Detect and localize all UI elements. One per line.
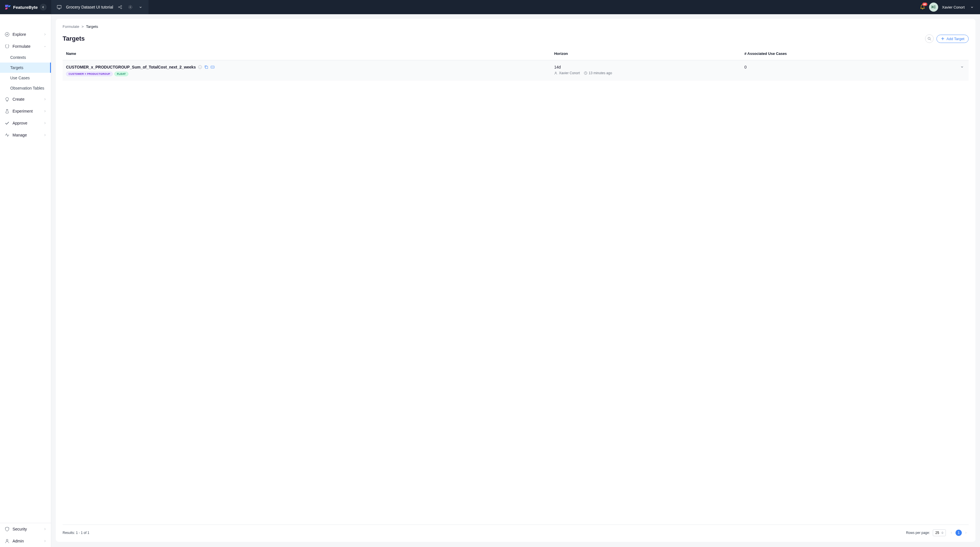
sidebar-item-create[interactable]: Create xyxy=(0,93,51,105)
target-meta: Xavier Conort 13 minutes ago xyxy=(554,71,740,75)
chevron-down-icon xyxy=(139,5,142,9)
sidebar-item-experiment[interactable]: Experiment xyxy=(0,105,51,117)
sidebar-label: Admin xyxy=(13,539,24,543)
breadcrumb-separator: > xyxy=(82,24,84,29)
brand-logo[interactable]: FeatureByte xyxy=(5,4,38,10)
sidebar-item-observation-tables[interactable]: Observation Tables xyxy=(0,83,51,93)
flask-icon xyxy=(5,109,10,114)
svg-point-11 xyxy=(555,72,556,73)
next-page-button[interactable] xyxy=(963,530,969,536)
rows-per-page-select[interactable]: 25 xyxy=(933,530,946,536)
notifications-button[interactable]: 40 xyxy=(920,4,925,10)
page-title: Targets xyxy=(63,35,85,42)
lightbulb-icon xyxy=(5,97,10,102)
column-header-name[interactable]: Name xyxy=(63,48,552,60)
author-meta: Xavier Conort xyxy=(554,71,580,75)
page-nav: 1 xyxy=(949,530,969,536)
chevron-down-icon xyxy=(970,5,974,9)
content-panel: Formulate > Targets Targets Add Target xyxy=(56,19,975,542)
chevron-down-icon xyxy=(960,65,964,69)
page-header: Targets Add Target xyxy=(63,34,969,43)
sidebar-label: Manage xyxy=(13,133,27,137)
svg-point-4 xyxy=(130,6,131,8)
chevron-right-icon xyxy=(43,121,46,125)
page-number[interactable]: 1 xyxy=(956,530,962,536)
svg-point-6 xyxy=(6,539,8,541)
prev-page-button[interactable] xyxy=(949,530,955,536)
table-row[interactable]: CUSTOMER_x_PRODUCTGROUP_Sum_of_TotalCost… xyxy=(63,60,969,81)
column-header-horizon[interactable]: Horizon xyxy=(552,48,742,60)
sdk-icon[interactable] xyxy=(210,65,215,69)
chevron-right-icon xyxy=(43,109,46,113)
page-actions: Add Target xyxy=(925,34,969,43)
breadcrumb-parent[interactable]: Formulate xyxy=(63,24,80,29)
settings-button[interactable] xyxy=(127,4,134,11)
share-button[interactable] xyxy=(117,4,124,11)
horizon-value: 14d xyxy=(554,65,740,69)
breadcrumb: Formulate > Targets xyxy=(63,24,969,29)
monitor-icon xyxy=(56,4,63,11)
logo-icon xyxy=(5,4,11,10)
sidebar-collapse-button[interactable] xyxy=(40,4,47,11)
sidebar-item-use-cases[interactable]: Use Cases xyxy=(0,73,51,83)
sidebar-item-security[interactable]: Security xyxy=(0,523,51,535)
column-header-associated[interactable]: # Associated Use Cases xyxy=(742,48,905,60)
sidebar-item-approve[interactable]: Approve xyxy=(0,117,51,129)
catalog-name[interactable]: Grocery Dataset UI tutorial xyxy=(66,5,113,10)
target-tags: CUSTOMER × PRODUCTGROUP FLOAT xyxy=(66,71,549,76)
add-target-button[interactable]: Add Target xyxy=(937,35,969,43)
user-avatar[interactable]: XC xyxy=(929,3,938,12)
row-expand-button[interactable] xyxy=(960,65,964,70)
sidebar-sub-label: Observation Tables xyxy=(10,86,45,90)
user-name: Xavier Conort xyxy=(942,5,965,10)
chevron-right-icon xyxy=(965,531,967,534)
sidebar-item-contexts[interactable]: Contexts xyxy=(0,52,51,63)
sidebar-sub-label: Contexts xyxy=(10,55,26,60)
rows-per-page-label: Rows per page: xyxy=(906,531,930,535)
nav-main: Explore Formulate Contexts Targets Use C… xyxy=(0,14,51,523)
copy-icon[interactable] xyxy=(204,65,208,69)
svg-point-3 xyxy=(121,8,122,9)
time-meta: 13 minutes ago xyxy=(584,71,612,75)
target-name-cell: CUSTOMER_x_PRODUCTGROUP_Sum_of_TotalCost… xyxy=(66,65,549,69)
chevron-left-icon xyxy=(950,531,953,534)
chevron-right-icon xyxy=(43,133,46,137)
pagination: Rows per page: 25 1 xyxy=(906,530,969,536)
sidebar-item-targets[interactable]: Targets xyxy=(0,63,51,73)
sidebar-label: Approve xyxy=(13,121,27,125)
info-icon[interactable] xyxy=(198,65,202,69)
clock-icon xyxy=(584,71,587,75)
header-right: 40 XC Xavier Conort xyxy=(920,3,975,12)
search-button[interactable] xyxy=(925,34,934,43)
brand-name: FeatureByte xyxy=(13,5,38,10)
app-header: FeatureByte Grocery Dataset UI tutorial … xyxy=(0,0,980,14)
user-admin-icon xyxy=(5,539,10,544)
sidebar-label: Create xyxy=(13,97,24,101)
sidebar-label: Formulate xyxy=(13,44,30,49)
catalog-dropdown-button[interactable] xyxy=(137,4,144,11)
sidebar-item-admin[interactable]: Admin xyxy=(0,535,51,547)
compass-icon xyxy=(5,32,10,37)
sidebar: Explore Formulate Contexts Targets Use C… xyxy=(0,14,51,547)
notification-count: 40 xyxy=(922,3,928,6)
brain-icon xyxy=(5,44,10,49)
shield-icon xyxy=(5,526,10,532)
svg-point-1 xyxy=(121,5,122,6)
sidebar-item-explore[interactable]: Explore xyxy=(0,29,51,40)
target-name: CUSTOMER_x_PRODUCTGROUP_Sum_of_TotalCost… xyxy=(66,65,196,69)
user-menu-dropdown[interactable] xyxy=(969,4,975,11)
associated-count: 0 xyxy=(742,60,905,81)
sidebar-item-manage[interactable]: Manage xyxy=(0,129,51,141)
activity-icon xyxy=(5,133,10,138)
chevron-left-icon xyxy=(42,6,45,8)
sidebar-item-formulate[interactable]: Formulate xyxy=(0,40,51,52)
sidebar-label: Explore xyxy=(13,32,26,36)
svg-point-2 xyxy=(118,6,119,8)
add-target-label: Add Target xyxy=(947,36,964,41)
table-footer: Results: 1 - 1 of 1 Rows per page: 25 1 xyxy=(63,525,969,536)
svg-rect-9 xyxy=(205,66,208,68)
chevron-right-icon xyxy=(43,539,46,543)
gear-icon xyxy=(128,5,133,10)
type-tag: FLOAT xyxy=(115,71,128,76)
chevron-right-icon xyxy=(43,97,46,101)
